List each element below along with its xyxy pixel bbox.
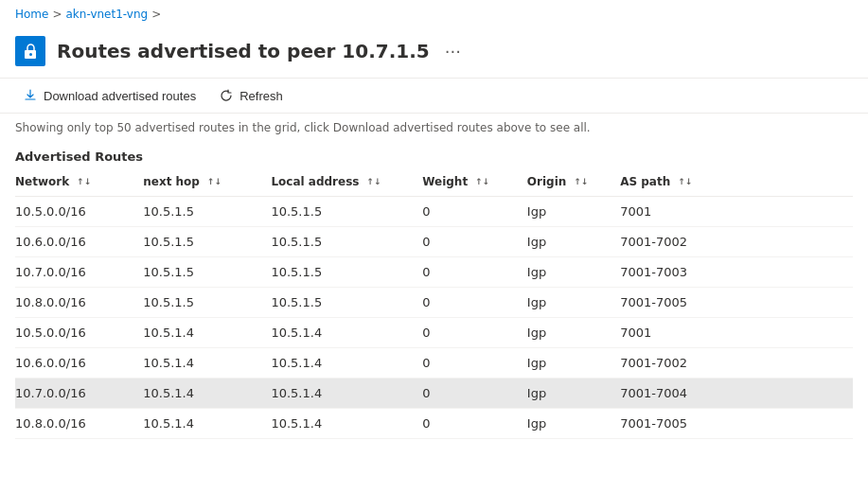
sort-network-icon[interactable]: ↑↓: [77, 178, 91, 186]
cell-nexthop: 10.5.1.5: [143, 227, 271, 257]
cell-aspath: 7001: [620, 197, 853, 227]
cell-weight: 0: [422, 318, 527, 348]
cell-aspath: 7001-7002: [620, 227, 853, 257]
download-icon: [23, 88, 38, 103]
cell-nexthop: 10.5.1.4: [143, 348, 271, 379]
table-row[interactable]: 10.7.0.0/1610.5.1.410.5.1.40Igp7001-7004: [15, 379, 853, 409]
cell-aspath: 7001-7003: [620, 257, 853, 288]
cell-network: 10.5.0.0/16: [15, 197, 143, 227]
cell-nexthop: 10.5.1.4: [143, 379, 271, 409]
table-header-row: Network ↑↓ next hop ↑↓ Local address ↑↓ …: [15, 167, 853, 197]
cell-network: 10.6.0.0/16: [15, 227, 143, 257]
cell-origin: Igp: [527, 257, 620, 288]
cell-origin: Igp: [527, 197, 620, 227]
page-header: Routes advertised to peer 10.7.1.5 ···: [0, 28, 868, 78]
breadcrumb-home[interactable]: Home: [15, 8, 48, 21]
sort-aspath-icon[interactable]: ↑↓: [678, 178, 692, 186]
cell-nexthop: 10.5.1.5: [143, 197, 271, 227]
info-message: Showing only top 50 advertised routes in…: [15, 121, 591, 134]
refresh-icon: [219, 88, 234, 103]
sort-weight-icon[interactable]: ↑↓: [475, 178, 489, 186]
cell-weight: 0: [422, 409, 527, 439]
col-header-weight[interactable]: Weight ↑↓: [422, 167, 527, 197]
cell-weight: 0: [422, 227, 527, 257]
refresh-label: Refresh: [239, 89, 283, 103]
cell-nexthop: 10.5.1.5: [143, 257, 271, 288]
cell-weight: 0: [422, 348, 527, 379]
toolbar: Download advertised routes Refresh: [0, 78, 868, 114]
cell-origin: Igp: [527, 318, 620, 348]
sort-origin-icon[interactable]: ↑↓: [574, 178, 588, 186]
cell-aspath: 7001: [620, 318, 853, 348]
breadcrumb-sep1: >: [52, 8, 62, 21]
breadcrumb: Home > akn-vnet1-vng >: [0, 0, 868, 28]
routes-table-container: Network ↑↓ next hop ↑↓ Local address ↑↓ …: [0, 167, 868, 439]
page-icon: [15, 36, 45, 66]
cell-network: 10.8.0.0/16: [15, 409, 143, 439]
cell-weight: 0: [422, 379, 527, 409]
cell-aspath: 7001-7005: [620, 409, 853, 439]
download-label: Download advertised routes: [44, 89, 196, 103]
cell-nexthop: 10.5.1.4: [143, 318, 271, 348]
download-button[interactable]: Download advertised routes: [15, 84, 204, 107]
table-row[interactable]: 10.8.0.0/1610.5.1.510.5.1.50Igp7001-7005: [15, 288, 853, 318]
sort-localaddr-icon[interactable]: ↑↓: [367, 178, 381, 186]
section-title: Advertised Routes: [0, 142, 868, 167]
cell-origin: Igp: [527, 348, 620, 379]
svg-point-1: [29, 53, 32, 56]
cell-localaddr: 10.5.1.5: [271, 197, 422, 227]
table-row[interactable]: 10.6.0.0/1610.5.1.510.5.1.50Igp7001-7002: [15, 227, 853, 257]
col-header-network[interactable]: Network ↑↓: [15, 167, 143, 197]
cell-network: 10.8.0.0/16: [15, 288, 143, 318]
table-row[interactable]: 10.6.0.0/1610.5.1.410.5.1.40Igp7001-7002: [15, 348, 853, 379]
cell-localaddr: 10.5.1.5: [271, 257, 422, 288]
info-bar: Showing only top 50 advertised routes in…: [0, 114, 868, 142]
cell-network: 10.6.0.0/16: [15, 348, 143, 379]
cell-origin: Igp: [527, 288, 620, 318]
cell-origin: Igp: [527, 227, 620, 257]
col-header-aspath[interactable]: AS path ↑↓: [620, 167, 853, 197]
table-row[interactable]: 10.5.0.0/1610.5.1.410.5.1.40Igp7001: [15, 318, 853, 348]
table-body: 10.5.0.0/1610.5.1.510.5.1.50Igp700110.6.…: [15, 197, 853, 439]
col-header-origin[interactable]: Origin ↑↓: [527, 167, 620, 197]
cell-localaddr: 10.5.1.4: [271, 409, 422, 439]
cell-localaddr: 10.5.1.5: [271, 227, 422, 257]
cell-network: 10.5.0.0/16: [15, 318, 143, 348]
cell-weight: 0: [422, 257, 527, 288]
page-title: Routes advertised to peer 10.7.1.5: [57, 40, 430, 62]
breadcrumb-sep2: >: [151, 8, 161, 21]
cell-network: 10.7.0.0/16: [15, 257, 143, 288]
cell-nexthop: 10.5.1.5: [143, 288, 271, 318]
cell-weight: 0: [422, 288, 527, 318]
cell-weight: 0: [422, 197, 527, 227]
cell-origin: Igp: [527, 409, 620, 439]
col-header-nexthop[interactable]: next hop ↑↓: [143, 167, 271, 197]
col-header-localaddr[interactable]: Local address ↑↓: [271, 167, 422, 197]
cell-localaddr: 10.5.1.4: [271, 318, 422, 348]
sort-nexthop-icon[interactable]: ↑↓: [207, 178, 221, 186]
refresh-button[interactable]: Refresh: [211, 84, 291, 107]
cell-aspath: 7001-7005: [620, 288, 853, 318]
routes-table: Network ↑↓ next hop ↑↓ Local address ↑↓ …: [15, 167, 853, 439]
table-row[interactable]: 10.7.0.0/1610.5.1.510.5.1.50Igp7001-7003: [15, 257, 853, 288]
cell-localaddr: 10.5.1.4: [271, 348, 422, 379]
more-options-icon[interactable]: ···: [441, 42, 465, 62]
cell-localaddr: 10.5.1.5: [271, 288, 422, 318]
cell-network: 10.7.0.0/16: [15, 379, 143, 409]
cell-aspath: 7001-7004: [620, 379, 853, 409]
breadcrumb-parent[interactable]: akn-vnet1-vng: [66, 8, 149, 21]
table-row[interactable]: 10.8.0.0/1610.5.1.410.5.1.40Igp7001-7005: [15, 409, 853, 439]
cell-origin: Igp: [527, 379, 620, 409]
cell-localaddr: 10.5.1.4: [271, 379, 422, 409]
cell-nexthop: 10.5.1.4: [143, 409, 271, 439]
table-row[interactable]: 10.5.0.0/1610.5.1.510.5.1.50Igp7001: [15, 197, 853, 227]
cell-aspath: 7001-7002: [620, 348, 853, 379]
